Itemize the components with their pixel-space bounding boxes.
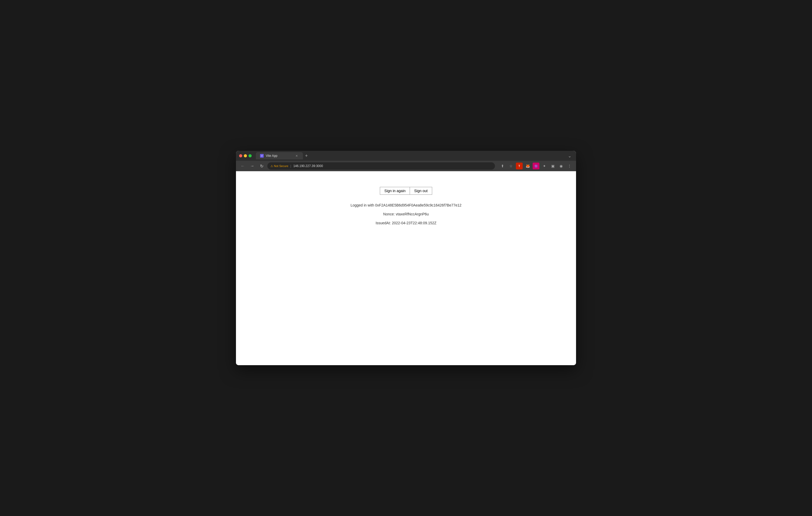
security-warning: ⚠ Not Secure: [270, 164, 288, 168]
back-button[interactable]: ←: [239, 162, 246, 170]
bookmark-button[interactable]: ☆: [508, 162, 514, 170]
tab-favicon: V: [260, 154, 264, 158]
sign-out-button[interactable]: Sign out: [410, 187, 432, 195]
toolbar-icons: ⬆ ☆ T 🦊 🟪 ✦ ▣ ◉ ⋮: [499, 162, 573, 170]
browser-window: V Vite App × + ⌄ ← → ↻ ⚠ Not Secure | 14…: [236, 151, 576, 365]
issued-at-text: IssuedAt: 2022-04-23T22:48:09.152Z: [351, 221, 461, 225]
profile-button[interactable]: ◉: [558, 162, 564, 170]
nav-bar: ← → ↻ ⚠ Not Secure | 146.190.227.39:3000…: [236, 161, 576, 171]
extension-4-button[interactable]: ✦: [541, 162, 548, 170]
warning-icon: ⚠: [270, 164, 273, 168]
window-controls-button[interactable]: ⌄: [567, 153, 573, 159]
sidebar-button[interactable]: ▣: [549, 162, 556, 170]
nonce-text: Nonce: vtaxeRfNccArgnP6u: [351, 212, 461, 216]
logged-in-address: Logged in with 0xF2A148E5B6d954F0Aea8e59…: [351, 203, 461, 207]
share-button[interactable]: ⬆: [499, 162, 506, 170]
address-url: 146.190.227.39:3000: [293, 164, 323, 168]
address-bar[interactable]: ⚠ Not Secure | 146.190.227.39:3000: [267, 162, 495, 170]
forward-button[interactable]: →: [249, 162, 256, 170]
extension-3-button[interactable]: 🟪: [532, 162, 540, 170]
title-bar: V Vite App × + ⌄: [236, 151, 576, 161]
new-tab-button[interactable]: +: [303, 153, 310, 159]
address-separator: |: [290, 164, 291, 168]
maximize-window-button[interactable]: [249, 154, 252, 157]
close-window-button[interactable]: [239, 154, 242, 157]
extension-1-button[interactable]: T: [516, 162, 523, 170]
reload-button[interactable]: ↻: [258, 162, 265, 170]
auth-button-row: Sign in again Sign out: [380, 187, 432, 195]
tab-close-button[interactable]: ×: [295, 154, 299, 158]
tab-bar: V Vite App × +: [256, 152, 564, 159]
tab-title: Vite App: [266, 154, 292, 158]
security-label: Not Secure: [274, 164, 288, 168]
info-section: Logged in with 0xF2A148E5B6d954F0Aea8e59…: [351, 203, 461, 225]
extension-2-button[interactable]: 🦊: [524, 162, 531, 170]
page-content: Sign in again Sign out Logged in with 0x…: [236, 171, 576, 365]
active-tab[interactable]: V Vite App ×: [256, 152, 303, 159]
menu-button[interactable]: ⋮: [566, 162, 573, 170]
minimize-window-button[interactable]: [244, 154, 247, 157]
sign-in-again-button[interactable]: Sign in again: [380, 187, 410, 195]
traffic-lights: [239, 154, 252, 157]
